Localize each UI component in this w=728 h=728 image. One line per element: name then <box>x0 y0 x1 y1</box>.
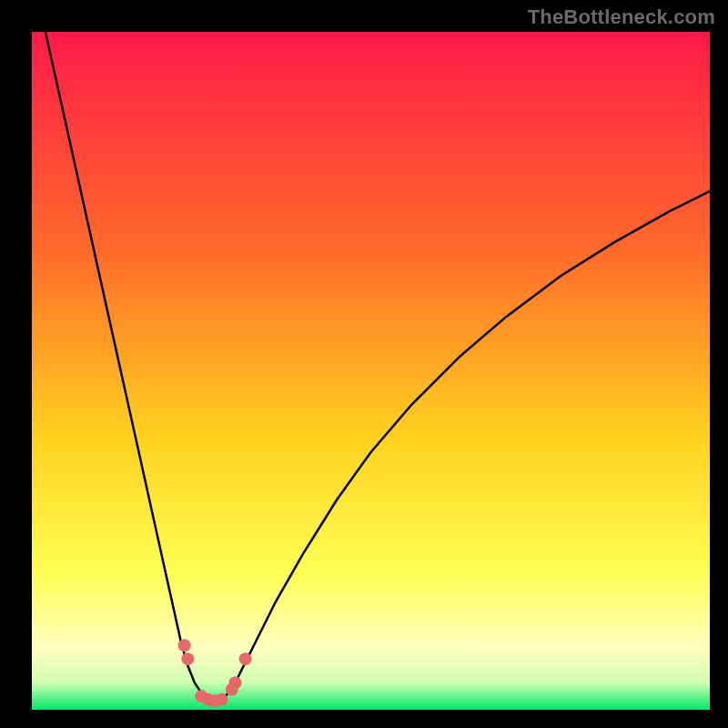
data-point-8 <box>239 652 252 665</box>
watermark-text: TheBottleneck.com <box>528 5 715 29</box>
data-point-5 <box>216 693 228 706</box>
data-point-1 <box>181 652 194 665</box>
bottleneck-curve <box>32 32 710 710</box>
curve-left-branch <box>46 32 215 703</box>
plot-area <box>32 32 710 710</box>
data-point-7 <box>229 676 242 689</box>
data-point-0 <box>178 639 191 652</box>
chart-frame: TheBottleneck.com <box>0 0 728 728</box>
curve-right-branch <box>215 191 710 703</box>
